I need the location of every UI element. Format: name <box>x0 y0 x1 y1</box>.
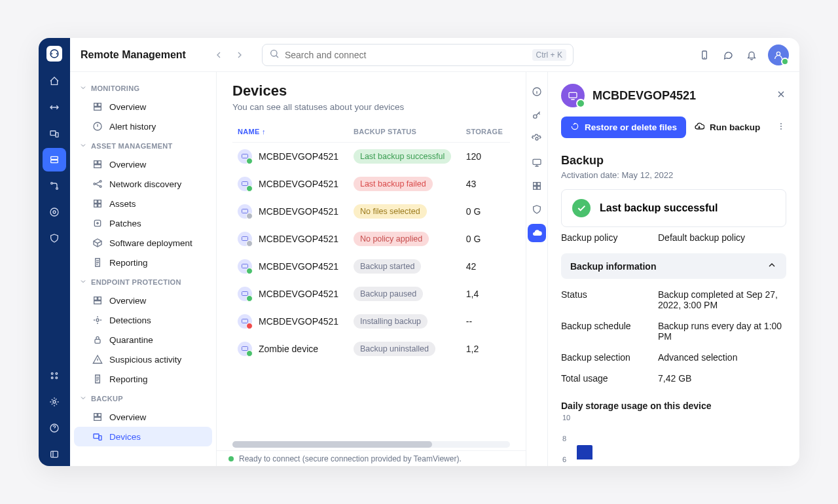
chevron-down-icon <box>79 278 87 287</box>
storage-cell: 0 G <box>461 198 510 225</box>
chevron-down-icon <box>79 141 87 151</box>
sidebar-group-header[interactable]: ENDPOINT PROTECTION <box>70 272 216 291</box>
sidebar-item[interactable]: Detections <box>74 310 212 330</box>
rail-settings-icon[interactable] <box>43 390 66 414</box>
col-backup-status[interactable]: BACKUP STATUS <box>348 120 461 143</box>
policy-key: Backup policy <box>561 232 658 243</box>
svg-point-10 <box>56 372 58 374</box>
device-status-icon <box>238 204 252 219</box>
sidebar-item-label: Software deployment <box>109 238 192 248</box>
sidebar-item[interactable]: Suspicious activity <box>74 350 212 369</box>
mini-key-icon[interactable] <box>528 106 546 124</box>
table-row[interactable]: MCBDEVGOP4521Installing backup-- <box>232 308 510 335</box>
col-storage[interactable]: STORAGE <box>461 120 510 143</box>
table-row[interactable]: MCBDEVGOP4521No files selected0 G <box>232 198 510 225</box>
svg-rect-23 <box>94 161 98 164</box>
svg-rect-45 <box>242 182 248 186</box>
sidebar-item[interactable]: Overview <box>74 291 212 310</box>
sidebar-item[interactable]: Software deployment <box>74 233 212 253</box>
rail-apps-icon[interactable] <box>43 364 66 387</box>
device-icon[interactable] <box>697 48 712 62</box>
sidebar-item[interactable]: Reporting <box>74 369 212 389</box>
sidebar-group-header[interactable]: BACKUP <box>70 389 216 407</box>
run-backup-button[interactable]: Run backup <box>694 121 760 134</box>
more-menu-icon[interactable] <box>776 121 786 134</box>
user-avatar[interactable] <box>768 45 789 65</box>
grid-icon <box>92 198 103 209</box>
nav-forward-icon[interactable] <box>230 46 249 64</box>
success-message: Last backup successful <box>600 202 718 214</box>
mini-cloud-icon[interactable] <box>528 224 546 242</box>
sidebar-group-header[interactable]: ASSET MANAGEMENT <box>70 136 216 154</box>
svg-point-61 <box>780 123 782 124</box>
status-badge: Backup started <box>354 259 421 274</box>
col-name[interactable]: NAME ↑ <box>232 120 348 143</box>
network-icon <box>92 179 103 189</box>
table-row[interactable]: MCBDEVGOP4521Last backup successful120 <box>232 143 510 171</box>
sidebar-item[interactable]: Quarantine <box>74 330 212 350</box>
table-row[interactable]: MCBDEVGOP4521Last backup failed43 <box>232 170 510 198</box>
rail-shield-icon[interactable] <box>43 226 66 250</box>
search-input[interactable] <box>285 50 527 60</box>
sidebar-item[interactable]: Overview <box>74 97 212 117</box>
table-row[interactable]: Zombie deviceBackup uninstalled1,2 <box>232 335 510 363</box>
group-label: ENDPOINT PROTECTION <box>91 278 181 286</box>
status-badge: No policy applied <box>354 232 429 246</box>
notifications-icon[interactable] <box>744 48 759 62</box>
rail-support-icon[interactable] <box>43 200 66 224</box>
svg-rect-47 <box>242 237 248 241</box>
mini-monitor-icon[interactable] <box>528 153 546 171</box>
svg-rect-35 <box>98 297 101 300</box>
sidebar-item[interactable]: Overview <box>74 407 212 427</box>
svg-rect-60 <box>569 92 577 98</box>
rail-backup-icon[interactable] <box>43 148 66 171</box>
mini-shield-icon[interactable] <box>528 200 546 219</box>
rail-transfer-icon[interactable] <box>43 96 66 119</box>
mini-settings-icon[interactable] <box>528 130 546 148</box>
detect-icon <box>92 315 103 325</box>
rail-home-icon[interactable] <box>43 69 66 93</box>
table-row[interactable]: MCBDEVGOP4521Backup started42 <box>232 253 510 280</box>
table-row[interactable]: MCBDEVGOP4521Backup paused1,4 <box>232 280 510 308</box>
svg-rect-59 <box>537 187 541 190</box>
mini-info-icon[interactable] <box>528 82 546 101</box>
sidebar-item[interactable]: Network discovery <box>74 174 212 194</box>
restore-button[interactable]: Restore or delete files <box>561 117 686 138</box>
sidebar-item[interactable]: Assets <box>74 194 212 213</box>
search-box[interactable]: Ctrl + K <box>262 44 574 66</box>
usage-chart: 6 8 10 <box>577 418 786 459</box>
rail-help-icon[interactable] <box>43 416 66 440</box>
mini-grid-icon[interactable] <box>528 177 546 195</box>
sidebar-item[interactable]: Overview <box>74 154 212 174</box>
sidebar-item[interactable]: Alert history <box>74 117 212 136</box>
horizontal-scrollbar[interactable] <box>232 441 510 448</box>
rail-workflow-icon[interactable] <box>43 174 66 198</box>
svg-point-7 <box>50 208 58 216</box>
sidebar-item[interactable]: Devices <box>74 427 212 446</box>
svg-rect-43 <box>99 436 101 441</box>
device-name: MCBDEVGOP4521 <box>259 261 338 272</box>
rail-collapse-icon[interactable] <box>43 442 66 466</box>
sidebar-item[interactable]: Reporting <box>74 253 212 272</box>
svg-rect-20 <box>98 103 101 107</box>
table-row[interactable]: MCBDEVGOP4521No policy applied0 G <box>232 225 510 253</box>
section-title: Remote Management <box>81 49 186 61</box>
statusbar-text: Ready to connect (secure connection prov… <box>239 454 462 463</box>
rail-devices-icon[interactable] <box>43 122 66 145</box>
nav-back-icon[interactable] <box>210 46 228 64</box>
backup-info-accordion[interactable]: Backup information <box>561 253 786 279</box>
svg-rect-24 <box>98 161 101 164</box>
chat-icon[interactable] <box>721 48 735 62</box>
cloud-sync-icon <box>694 121 704 134</box>
sidebar-item[interactable]: Patches <box>74 213 212 233</box>
device-panel: Devices You can see all statuses about y… <box>217 72 526 466</box>
device-status-icon <box>238 149 252 164</box>
devices-icon <box>92 431 103 442</box>
svg-rect-21 <box>94 107 101 111</box>
info-val: Backup runs every day at 1:00 PM <box>658 321 786 342</box>
svg-point-8 <box>53 211 56 213</box>
info-key: Status <box>561 289 658 310</box>
sidebar-group-header[interactable]: MONITORING <box>70 79 216 97</box>
close-icon[interactable] <box>776 89 786 102</box>
info-key: Backup selection <box>561 352 658 363</box>
